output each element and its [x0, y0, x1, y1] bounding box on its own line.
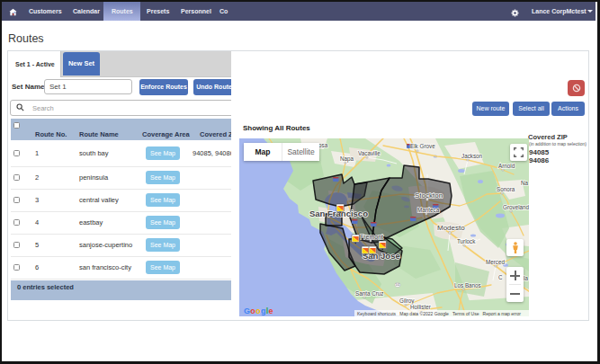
svg-text:Modesto: Modesto — [437, 224, 465, 232]
svg-text:Stockton: Stockton — [415, 191, 443, 200]
svg-text:Santa Cruz: Santa Cruz — [355, 290, 384, 297]
svg-text:Los Banos: Los Banos — [454, 282, 481, 289]
svg-text:Elk Grove: Elk Grove — [410, 143, 435, 149]
svg-text:Turlock: Turlock — [457, 238, 476, 244]
svg-text:Jackson: Jackson — [461, 153, 483, 159]
svg-text:Na: Na — [521, 180, 529, 186]
svg-text:Merced: Merced — [486, 259, 505, 265]
svg-text:Napa: Napa — [340, 155, 354, 163]
svg-text:Sonora: Sonora — [497, 186, 515, 192]
svg-text:Manteca: Manteca — [417, 207, 440, 213]
svg-text:101: 101 — [395, 283, 399, 287]
svg-text:Arnold: Arnold — [498, 163, 515, 169]
svg-text:C: C — [498, 274, 503, 280]
svg-text:osa: osa — [318, 142, 328, 148]
svg-text:Vacaville: Vacaville — [358, 150, 381, 156]
svg-text:Fremont: Fremont — [360, 234, 383, 240]
svg-text:la: la — [524, 275, 528, 281]
svg-text:Hollister: Hollister — [410, 304, 431, 310]
svg-text:Groveland: Groveland — [503, 204, 529, 210]
